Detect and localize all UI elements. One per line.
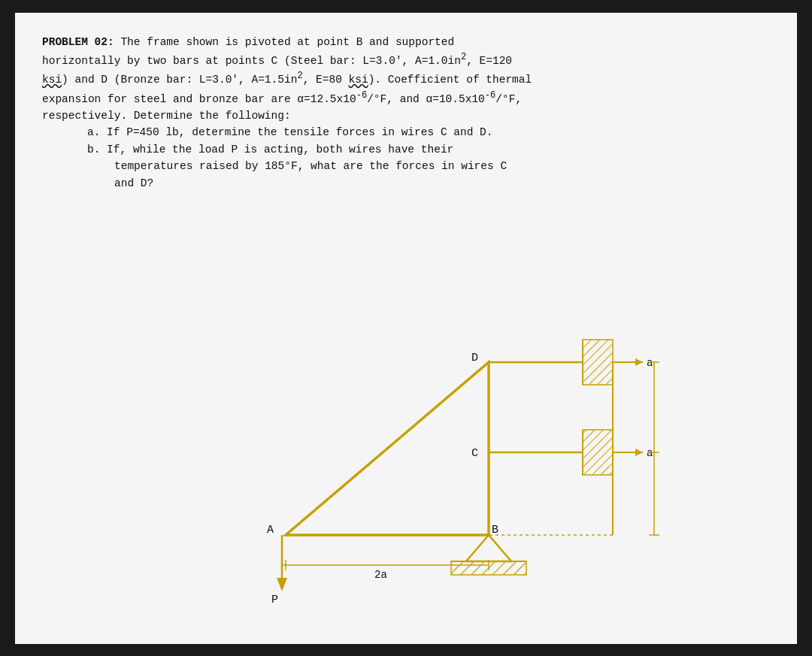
wall-block-top	[583, 340, 613, 385]
label-D: D	[471, 352, 478, 364]
wall-block-middle	[583, 430, 613, 475]
label-A: A	[267, 524, 274, 537]
problem-line1: The frame shown is pivoted at point B an…	[120, 36, 454, 48]
diagram-svg: A B C D P 2a a a	[165, 306, 677, 621]
label-a-top: a	[647, 357, 653, 369]
label-C: C	[471, 447, 478, 460]
problem-part-b-line3: and D?	[114, 175, 719, 192]
pin-support-triangle	[466, 535, 511, 561]
problem-text: PROBLEM 02: The frame shown is pivoted a…	[42, 34, 719, 192]
problem-line5: respectively. Determine the following:	[42, 107, 719, 124]
page: PROBLEM 02: The frame shown is pivoted a…	[15, 13, 797, 644]
problem-part-b-line1: b. If, while the load P is acting, both …	[87, 141, 719, 158]
label-2a: 2a	[374, 569, 387, 581]
problem-header: PROBLEM 02: The frame shown is pivoted a…	[42, 34, 719, 50]
label-B: B	[492, 524, 498, 537]
load-P-arrowhead	[277, 578, 287, 591]
label-a-bottom: a	[647, 447, 653, 459]
problem-line4: expansion for steel and bronze bar are α…	[42, 89, 719, 107]
arrow-middle-head	[635, 449, 643, 456]
arrow-top-head	[635, 358, 643, 366]
frame-triangle	[286, 362, 489, 535]
problem-number: PROBLEM 02:	[42, 36, 114, 48]
label-P: P	[271, 594, 278, 606]
diagram-container: A B C D P 2a a a	[165, 306, 677, 621]
problem-line3: ksi) and D (Bronze bar: L=3.0′, A=1.5in2…	[42, 69, 719, 88]
problem-line2: horizontally by two bars at points C (St…	[42, 50, 719, 69]
problem-part-a: a. If P=450 lb, determine the tensile fo…	[87, 124, 719, 141]
problem-part-b-line2: temperatures raised by 185°F, what are t…	[114, 158, 719, 174]
